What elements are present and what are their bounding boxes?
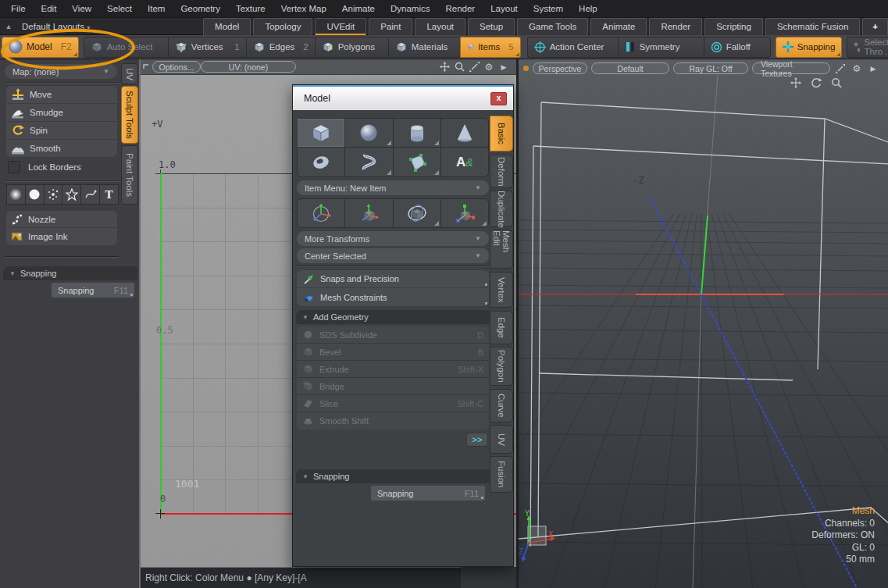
popup-tab-duplicate[interactable]: Duplicate xyxy=(490,191,513,227)
more-tools-button[interactable]: >> xyxy=(466,433,488,447)
layout-tab-setup[interactable]: Setup xyxy=(468,18,515,35)
tool-smooth-button[interactable]: Smooth xyxy=(6,140,117,157)
sds-subdivide-button[interactable]: SDS Subdivide D xyxy=(297,326,489,344)
menu-geometry[interactable]: Geometry xyxy=(173,0,228,18)
viewport-shading-button[interactable]: Default xyxy=(591,62,669,74)
menu-item[interactable]: Item xyxy=(140,0,173,18)
popup-tab-fusion[interactable]: Fusion xyxy=(490,456,513,493)
symmetry-button[interactable]: Symmetry xyxy=(618,37,704,58)
sidebar-tab-paint-tools[interactable]: Paint Tools xyxy=(121,145,138,205)
sidebar-tab-sculpt-tools[interactable]: Sculpt Tools xyxy=(121,86,138,144)
uv-map-button[interactable]: UV: (none) xyxy=(201,61,296,73)
layout-tab-animate[interactable]: Animate xyxy=(590,18,647,35)
add-geometry-section-header[interactable]: ▼ Add Geometry xyxy=(296,310,490,324)
sphere-tool-button[interactable] xyxy=(345,119,393,147)
more-transforms-dropdown[interactable]: More Transforms ▼ xyxy=(297,231,489,246)
popup-tab-vertex[interactable]: Vertex xyxy=(490,272,513,308)
action-center-button[interactable]: Action Center xyxy=(527,37,618,58)
cone-tool-button[interactable] xyxy=(441,119,488,147)
model-mode-button[interactable]: Model F2 xyxy=(2,37,79,58)
popup-tab-edge[interactable]: Edge xyxy=(490,311,513,344)
move-tool-button[interactable] xyxy=(345,199,393,227)
menu-file[interactable]: File xyxy=(3,0,34,18)
popup-tab-curve[interactable]: Curve xyxy=(490,389,513,422)
sidebar-tab-uv[interactable]: UV xyxy=(121,63,138,84)
layout-tab-topology[interactable]: Topology xyxy=(253,18,312,35)
popup-snapping-section-header[interactable]: ▼ Snapping xyxy=(296,469,490,483)
zoom-icon[interactable] xyxy=(830,77,843,89)
text-tool-button[interactable]: A & xyxy=(441,148,488,176)
map-dropdown[interactable]: Map: (none) ▼ xyxy=(5,64,117,79)
panel-expand-arrow-icon[interactable]: ▶ xyxy=(867,62,879,75)
popup-tab-uv[interactable]: UV xyxy=(490,425,513,454)
tool-move-button[interactable]: Move xyxy=(6,86,117,103)
ray-gl-button[interactable]: Ray GL: Off xyxy=(673,62,748,74)
menu-animate[interactable]: Animate xyxy=(334,0,383,18)
spiral-tool-button[interactable] xyxy=(345,148,393,176)
star-brush-button[interactable] xyxy=(62,184,80,205)
maximize-icon[interactable] xyxy=(468,61,480,73)
procedural-brush-button[interactable] xyxy=(80,184,99,205)
layout-tab-model[interactable]: Model xyxy=(203,18,251,35)
layout-tab-paint[interactable]: Paint xyxy=(369,18,412,35)
cube-tool-button[interactable] xyxy=(298,119,345,147)
polygons-mode-button[interactable]: Polygons xyxy=(315,37,388,58)
bevel-button[interactable]: Bevel B xyxy=(297,344,489,361)
text-brush-button[interactable]: T xyxy=(99,184,119,205)
pan-icon[interactable] xyxy=(438,61,451,73)
center-selected-dropdown[interactable]: Center Selected ▼ xyxy=(297,248,489,263)
torus-tool-button[interactable] xyxy=(298,148,345,176)
popup-tab-basic[interactable]: Basic xyxy=(490,116,513,151)
model-palette-window[interactable]: Model x A & Item Menu: New Item ▼ xyxy=(292,84,514,567)
smooth-shift-button[interactable]: Smooth Shift xyxy=(297,412,489,429)
rotate-tool-button[interactable] xyxy=(394,199,441,227)
menu-system[interactable]: System xyxy=(526,0,571,18)
add-layout-tab-button[interactable]: + xyxy=(862,18,888,35)
falloff-button[interactable]: Falloff xyxy=(704,37,771,58)
nozzle-button[interactable]: Nozzle xyxy=(6,211,117,227)
auto-select-button[interactable]: Auto Select xyxy=(84,37,168,58)
menu-help[interactable]: Help xyxy=(571,0,605,18)
pan-icon[interactable] xyxy=(790,77,802,89)
layout-switcher[interactable]: Default Layouts ▾ xyxy=(22,22,90,31)
menu-dynamics[interactable]: Dynamics xyxy=(383,0,437,18)
popup-tab-mesh-edit[interactable]: Mesh Edit xyxy=(490,230,513,269)
edges-mode-button[interactable]: Edges 2 xyxy=(246,37,315,58)
pin-layout-icon[interactable]: ▲ xyxy=(0,23,17,30)
viewport-textures-button[interactable]: Viewport Textures xyxy=(752,62,830,74)
menu-layout[interactable]: Layout xyxy=(483,0,526,18)
close-button[interactable]: x xyxy=(490,92,507,105)
gear-icon[interactable]: ⚙ xyxy=(483,61,495,73)
snapping-section-header[interactable]: ▼ Snapping xyxy=(3,266,137,280)
slice-button[interactable]: Slice Shift-C xyxy=(297,395,489,412)
layout-tab-layout[interactable]: Layout xyxy=(415,18,465,35)
menu-vertex-map[interactable]: Vertex Map xyxy=(273,0,334,18)
item-menu-dropdown[interactable]: Item Menu: New Item ▼ xyxy=(297,180,489,195)
snapping-toggle-button[interactable]: Snapping xyxy=(776,37,843,58)
popup-snapping-button[interactable]: Snapping F11 xyxy=(371,486,485,501)
scale-tool-button[interactable] xyxy=(441,199,488,227)
spray-brush-button[interactable] xyxy=(44,184,62,205)
menu-render[interactable]: Render xyxy=(437,0,483,18)
pen-polygon-tool-button[interactable] xyxy=(394,148,441,176)
layout-tab-scripting[interactable]: Scripting xyxy=(704,18,763,35)
orbit-icon[interactable] xyxy=(810,77,822,89)
image-ink-button[interactable]: Image Ink xyxy=(6,228,117,245)
soft-brush-button[interactable] xyxy=(6,184,25,205)
lock-borders-checkbox[interactable] xyxy=(8,161,20,173)
tool-spin-button[interactable]: Spin xyxy=(6,122,117,139)
mesh-constraints-button[interactable]: Mesh Constraints xyxy=(297,288,489,306)
hard-brush-button[interactable] xyxy=(25,184,44,205)
transform-tool-button[interactable] xyxy=(298,199,345,227)
vertices-mode-button[interactable]: Vertices 1 xyxy=(168,37,246,58)
popup-tab-deform[interactable]: Deform xyxy=(490,155,513,188)
bridge-button[interactable]: Bridge xyxy=(297,378,489,395)
popup-tab-polygon[interactable]: Polygon xyxy=(490,347,513,386)
window-title-bar[interactable]: Model x xyxy=(293,87,513,110)
menu-texture[interactable]: Texture xyxy=(228,0,273,18)
layout-tab-schematic-fusion[interactable]: Schematic Fusion xyxy=(765,18,860,35)
cylinder-tool-button[interactable] xyxy=(394,119,441,147)
tool-smudge-button[interactable]: Smudge xyxy=(6,104,117,121)
layout-tab-uvedit[interactable]: UVEdit xyxy=(315,18,366,35)
perspective-viewport[interactable]: Y X Z -Z Perspective Default Ray GL: Off… xyxy=(516,59,888,588)
